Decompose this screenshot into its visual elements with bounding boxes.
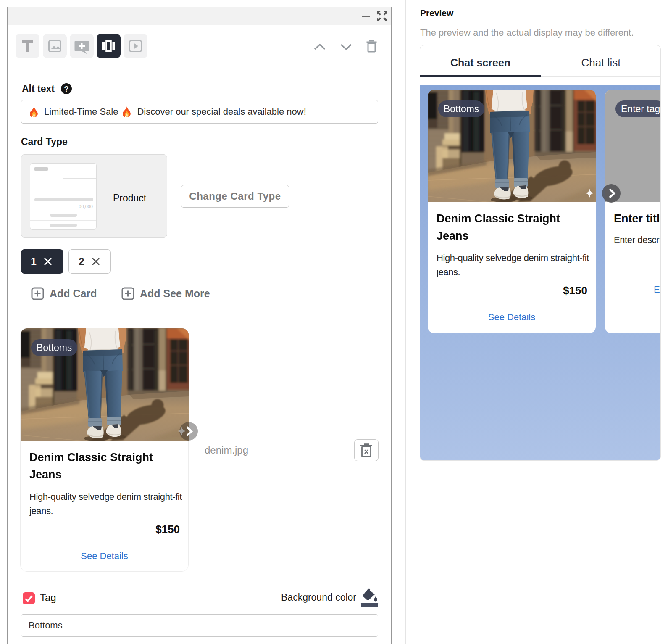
svg-text:?: ? [64, 85, 69, 93]
